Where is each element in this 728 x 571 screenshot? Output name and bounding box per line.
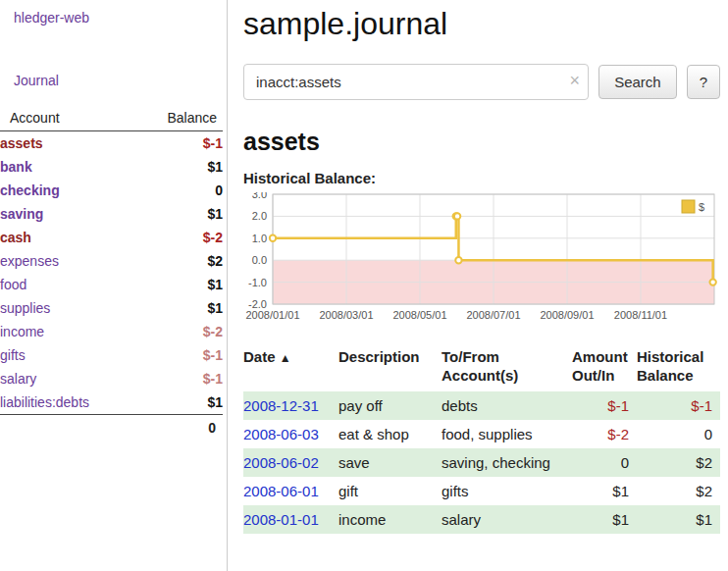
transaction-tofrom: gifts bbox=[442, 477, 572, 505]
account-balance: $-1 bbox=[129, 367, 223, 390]
account-row-liabilities-debts: liabilities:debts $1 bbox=[0, 390, 223, 415]
account-link-expenses[interactable]: expenses bbox=[0, 253, 59, 269]
transaction-date-link[interactable]: 2008-12-31 bbox=[243, 397, 319, 414]
account-row-gifts: gifts $-1 bbox=[0, 343, 223, 367]
app-title-link[interactable]: hledger-web bbox=[14, 10, 223, 26]
svg-text:2008/01/01: 2008/01/01 bbox=[245, 309, 299, 321]
svg-text:1.0: 1.0 bbox=[252, 233, 267, 244]
account-row-salary: salary $-1 bbox=[0, 367, 223, 390]
accounts-header-balance: Balance bbox=[129, 108, 223, 131]
account-row-assets: assets $-1 bbox=[0, 131, 223, 156]
accounts-table: Account Balance assets $-1 bank $1 check… bbox=[0, 108, 223, 441]
chart-svg: 3.02.01.00.0-1.0-2.02008/01/012008/03/01… bbox=[243, 192, 720, 326]
transaction-row: 2008-06-02 save saving, checking 0 $2 bbox=[243, 448, 720, 477]
account-link-income[interactable]: income bbox=[0, 324, 44, 339]
transaction-amount: 0 bbox=[572, 448, 637, 477]
account-link-checking[interactable]: checking bbox=[0, 182, 60, 198]
transaction-date-link[interactable]: 2008-06-03 bbox=[243, 426, 319, 442]
transaction-description: save bbox=[338, 448, 442, 477]
svg-text:2.0: 2.0 bbox=[252, 210, 267, 222]
svg-text:2008/03/01: 2008/03/01 bbox=[319, 309, 373, 321]
account-link-gifts[interactable]: gifts bbox=[0, 347, 26, 363]
nav-journal-link[interactable]: Journal bbox=[14, 73, 223, 88]
transaction-description: eat & shop bbox=[338, 420, 442, 448]
transaction-tofrom: food, supplies bbox=[442, 420, 572, 448]
transaction-balance: $2 bbox=[637, 448, 720, 477]
header-tofrom: To/From Account(s) bbox=[442, 343, 572, 391]
transaction-amount: $-1 bbox=[572, 391, 637, 420]
transaction-row: 2008-06-03 eat & shop food, supplies $-2… bbox=[243, 420, 720, 448]
account-balance: 0 bbox=[129, 179, 223, 202]
svg-text:3.0: 3.0 bbox=[252, 192, 267, 200]
transaction-description: income bbox=[338, 505, 442, 534]
transaction-row: 2008-06-01 gift gifts $1 $2 bbox=[243, 477, 720, 505]
search-button[interactable]: Search bbox=[598, 65, 677, 99]
transaction-balance: $1 bbox=[637, 505, 720, 534]
header-balance: Historical Balance bbox=[637, 343, 720, 391]
account-balance: $2 bbox=[129, 249, 223, 273]
account-row-checking: checking 0 bbox=[0, 179, 223, 202]
svg-text:2008/11/01: 2008/11/01 bbox=[614, 309, 667, 321]
transaction-date-link[interactable]: 2008-01-01 bbox=[243, 511, 319, 528]
account-row-saving: saving $1 bbox=[0, 202, 223, 226]
transactions-header-row: Date ▲ Description To/From Account(s) Am… bbox=[243, 343, 720, 391]
accounts-header-row: Account Balance bbox=[0, 108, 223, 131]
transaction-description: pay off bbox=[338, 391, 442, 420]
account-balance: $1 bbox=[129, 202, 223, 226]
page-title: sample.journal bbox=[243, 6, 720, 42]
account-balance: $-2 bbox=[129, 226, 223, 249]
account-row-income: income $-2 bbox=[0, 320, 223, 343]
account-link-bank[interactable]: bank bbox=[0, 159, 32, 175]
sidebar: hledger-web Journal Account Balance asse… bbox=[0, 0, 228, 571]
svg-text:2008/05/01: 2008/05/01 bbox=[392, 309, 446, 321]
account-balance: $1 bbox=[129, 155, 223, 179]
account-row-food: food $1 bbox=[0, 273, 223, 296]
account-row-cash: cash $-2 bbox=[0, 226, 223, 249]
account-balance: $-2 bbox=[129, 320, 223, 343]
svg-text:2008/07/01: 2008/07/01 bbox=[466, 309, 520, 321]
sort-ascending-icon: ▲ bbox=[280, 351, 291, 365]
account-balance: $1 bbox=[129, 296, 223, 320]
account-link-liabilities-debts[interactable]: liabilities:debts bbox=[0, 394, 89, 410]
search-field-wrap: × bbox=[243, 64, 589, 100]
header-amount: Amount Out/In bbox=[572, 343, 637, 391]
account-balance: $1 bbox=[129, 273, 223, 296]
chart-label: Historical Balance: bbox=[243, 170, 720, 186]
transaction-tofrom: salary bbox=[442, 505, 572, 534]
account-heading: assets bbox=[243, 128, 720, 156]
search-input[interactable] bbox=[243, 64, 589, 100]
transaction-amount: $-2 bbox=[572, 420, 637, 448]
account-link-salary[interactable]: salary bbox=[0, 371, 36, 387]
clear-search-icon[interactable]: × bbox=[570, 71, 581, 90]
account-balance: $1 bbox=[129, 390, 223, 415]
account-link-cash[interactable]: cash bbox=[0, 230, 31, 245]
transaction-balance: $-1 bbox=[637, 391, 720, 420]
transaction-row: 2008-12-31 pay off debts $-1 $-1 bbox=[243, 391, 720, 420]
accounts-total-row: 0 bbox=[0, 415, 223, 441]
transaction-amount: $1 bbox=[572, 505, 637, 534]
transaction-amount: $1 bbox=[572, 477, 637, 505]
transaction-date-link[interactable]: 2008-06-02 bbox=[243, 454, 319, 471]
account-row-expenses: expenses $2 bbox=[0, 249, 223, 273]
account-balance: $-1 bbox=[129, 343, 223, 367]
transaction-description: gift bbox=[338, 477, 442, 505]
account-balance: $-1 bbox=[129, 131, 223, 156]
account-row-supplies: supplies $1 bbox=[0, 296, 223, 320]
transaction-balance: 0 bbox=[637, 420, 720, 448]
accounts-total-value: 0 bbox=[129, 415, 223, 441]
transactions-table: Date ▲ Description To/From Account(s) Am… bbox=[243, 343, 720, 534]
svg-text:-1.0: -1.0 bbox=[248, 277, 267, 288]
transaction-date-link[interactable]: 2008-06-01 bbox=[243, 483, 319, 499]
help-button[interactable]: ? bbox=[687, 65, 720, 99]
account-link-supplies[interactable]: supplies bbox=[0, 300, 50, 316]
transaction-balance: $2 bbox=[637, 477, 720, 505]
transaction-tofrom: debts bbox=[442, 391, 572, 420]
header-description: Description bbox=[338, 343, 442, 391]
account-link-saving[interactable]: saving bbox=[0, 206, 43, 222]
account-link-assets[interactable]: assets bbox=[0, 135, 43, 151]
header-date[interactable]: Date ▲ bbox=[243, 343, 338, 391]
svg-text:$: $ bbox=[699, 201, 704, 213]
transaction-row: 2008-01-01 income salary $1 $1 bbox=[243, 505, 720, 534]
hledger-web-app: hledger-web Journal Account Balance asse… bbox=[0, 0, 728, 571]
account-link-food[interactable]: food bbox=[0, 277, 26, 292]
